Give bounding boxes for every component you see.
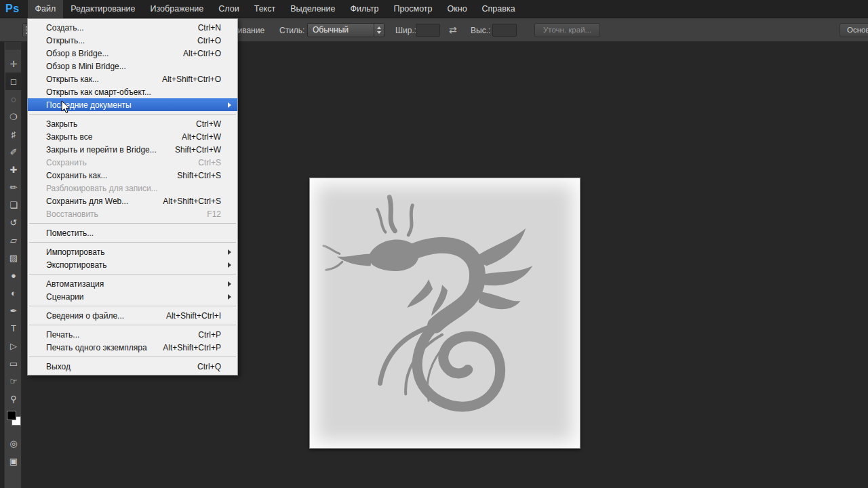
foreground-color-swatch[interactable] [7,411,16,420]
document-canvas[interactable] [309,178,580,449]
pen-tool[interactable]: ✒ [5,302,22,319]
menu-item[interactable]: Печать... Ctrl+P [28,328,237,341]
menubar-item[interactable]: Выделение [283,0,342,18]
menu-item[interactable]: Восстановить F12 [28,207,237,220]
menubar-item[interactable]: Просмотр [386,0,439,18]
menu-separator [29,223,236,224]
menubar-item[interactable]: Изображение [143,0,212,18]
menu-item[interactable]: Импортировать [28,245,237,258]
crop-tool[interactable]: ♯ [5,125,22,143]
healing-brush-tool[interactable]: ✚ [5,161,22,178]
workspace-button[interactable]: Основ [840,23,868,37]
eraser-tool[interactable]: ▱ [5,231,22,249]
tool-icon: ▱ [10,235,17,245]
menu-item-shortcut: Shift+Ctrl+S [177,171,221,180]
menu-item-label: Сведения о файле... [46,311,153,321]
menu-item-label: Автоматизация [46,279,208,289]
menu-item-label: Обзор в Bridge... [46,49,170,58]
menu-item[interactable]: Сценарии [28,290,237,303]
height-input[interactable] [492,24,517,37]
menubar-item[interactable]: Справка [475,0,523,18]
menu-item[interactable]: Печать одного экземпляра Alt+Shift+Ctrl+… [28,341,237,354]
menubar-item-label: Просмотр [393,4,432,14]
panel-edge [0,42,5,488]
path-selection-tool[interactable]: ▷ [5,337,22,354]
menubar-item-label: Фильтр [350,4,378,14]
swap-dimensions-icon[interactable]: ⇄ [449,24,457,35]
height-label: Выс.: [471,26,490,35]
menu-item[interactable]: Выход Ctrl+Q [28,360,237,373]
quick-mask-button[interactable]: ◎ [5,434,22,452]
zoom-tool[interactable]: ⚲ [5,390,22,407]
menubar-item[interactable]: Файл [28,0,64,18]
lasso-tool[interactable]: ◌ [5,90,22,108]
menu-separator [29,274,236,274]
tool-icon: ▭ [9,359,18,369]
menubar-item-label: Окно [448,4,467,14]
menu-item-shortcut: Ctrl+Q [197,362,221,371]
menubar-item[interactable]: Редактирование [63,0,142,18]
tool-icon: ✒ [10,306,18,316]
menu-item[interactable]: Закрыть Ctrl+W [28,117,237,130]
history-brush-tool[interactable]: ↺ [5,214,22,231]
menu-item-shortcut: Alt+Ctrl+W [182,132,221,142]
blur-tool[interactable]: ● [5,266,22,284]
tools-panel-header[interactable] [5,42,21,49]
eyedropper-tool[interactable]: ✐ [5,143,22,161]
move-tool[interactable]: ✛ [5,55,22,73]
style-dropdown[interactable]: Обычный [307,23,384,37]
dodge-tool[interactable]: ◐ [5,284,22,302]
tool-icon: ✛ [10,59,18,69]
menu-item-shortcut: Alt+Shift+Ctrl+I [166,311,221,321]
menu-item[interactable]: Открыть как... Alt+Shift+Ctrl+O [28,73,237,85]
menu-item[interactable]: Обзор в Mini Bridge... [28,60,237,73]
width-input[interactable] [416,24,440,37]
menu-item[interactable]: Сохранить как... Shift+Ctrl+S [28,169,237,182]
menu-item[interactable]: Последние документы [28,98,237,111]
type-tool[interactable]: T [5,319,22,337]
menu-item-label: Сценарии [46,292,208,302]
shape-tool[interactable]: ▭ [5,354,22,372]
menu-item[interactable]: Закрыть и перейти в Bridge... Shift+Ctrl… [28,143,237,156]
menu-item[interactable]: Сохранить для Web... Alt+Shift+Ctrl+S [28,195,237,207]
menubar-item[interactable]: Текст [247,0,283,18]
quick-selection-tool[interactable]: ❍ [5,108,22,125]
menubar-item[interactable]: Слои [211,0,246,18]
tools-panel: ✛ □ ◌ ❍ ♯ ✐ ✚ ✏ ❏ ↺ [0,42,22,488]
tool-icon: ❏ [9,200,18,210]
menu-item[interactable]: Разблокировать для записи... [28,182,237,195]
menu-item[interactable]: Открыть как смарт-объект... [28,85,237,98]
menu-item[interactable]: Сохранить Ctrl+S [28,156,237,169]
menu-item[interactable]: Экспортировать [28,258,237,271]
menu-item[interactable]: Сведения о файле... Alt+Shift+Ctrl+I [28,309,237,322]
clone-stamp-tool[interactable]: ❏ [5,196,22,214]
menu-item[interactable]: Закрыть все Alt+Ctrl+W [28,130,237,143]
tools-extras: ◎ ▣ [5,429,21,470]
tool-icon: ● [11,270,16,281]
menu-item[interactable]: Поместить... [28,226,237,239]
hand-tool[interactable]: ☞ [5,372,22,390]
tool-icon: ✐ [10,147,18,157]
refine-edge-button[interactable]: Уточн. край... [534,23,600,37]
brush-tool[interactable]: ✏ [5,178,22,196]
rectangular-marquee-tool[interactable]: □ [5,73,22,90]
menubar-item[interactable]: Фильтр [342,0,386,18]
screen-mode-button[interactable]: ▣ [5,452,22,470]
menu-item[interactable]: Обзор в Bridge... Alt+Ctrl+O [28,47,237,60]
menu-item[interactable]: Автоматизация [28,277,237,290]
menu-item-shortcut: Ctrl+O [197,36,221,45]
gradient-tool[interactable]: ▨ [5,249,22,266]
dropdown-spinner-icon [374,24,384,37]
menu-item-shortcut: Alt+Shift+Ctrl+S [163,197,221,206]
menu-item-label: Открыть как смарт-объект... [46,87,208,97]
tool-icon: ✚ [10,165,18,175]
menu-item[interactable]: Открыть... Ctrl+O [28,34,237,47]
menu-separator [29,306,236,306]
menu-item[interactable]: Создать... Ctrl+N [28,21,237,34]
menubar-item[interactable]: Окно [440,0,475,18]
menu-item-label: Открыть как... [46,75,149,84]
menu-separator [29,325,236,325]
tool-icon: ◎ [9,439,17,449]
tools-list: ✛ □ ◌ ❍ ♯ ✐ ✚ ✏ ❏ ↺ [5,49,21,407]
photoshop-logo: Ps [0,3,28,15]
